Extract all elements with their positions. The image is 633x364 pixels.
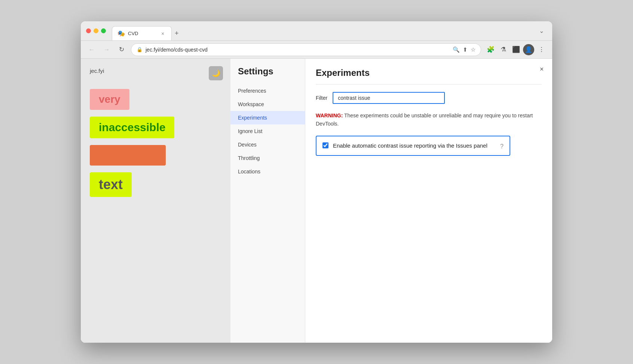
warning-text: These experiments could be unstable or u… [316, 112, 533, 127]
sample-text: text [90, 172, 132, 197]
search-address-icon[interactable]: 🔍 [453, 46, 460, 53]
new-tab-button[interactable]: + [172, 26, 182, 40]
help-icon[interactable]: ? [500, 143, 504, 150]
experiments-content: Experiments Filter WARNING: These experi… [305, 59, 552, 343]
bookmark-icon[interactable]: ☆ [471, 46, 475, 53]
experiments-title: Experiments [316, 68, 542, 78]
minimize-traffic-light[interactable] [94, 28, 98, 33]
sample-very: very [90, 89, 129, 110]
filter-input[interactable] [333, 92, 445, 104]
filter-row: Filter [316, 92, 542, 104]
dark-mode-button[interactable]: 🌙 [209, 66, 223, 80]
sidebar-button[interactable]: ⬛ [510, 44, 522, 55]
title-bar: 🎭 CVD × + ⌄ [81, 21, 552, 41]
sidebar-item-preferences[interactable]: Preferences [230, 84, 305, 98]
tab-favicon: 🎭 [117, 30, 125, 37]
tab-title: CVD [128, 31, 138, 36]
experiment-item: Enable automatic contrast issue reportin… [316, 136, 510, 156]
sidebar-item-workspace[interactable]: Workspace [230, 98, 305, 111]
forward-button[interactable]: → [101, 44, 112, 55]
sidebar-item-ignore-list[interactable]: Ignore List [230, 124, 305, 138]
tab-area: 🎭 CVD × + [112, 21, 533, 40]
address-bar-icons: 🔍 ⬆ ☆ [453, 46, 475, 53]
profile-button[interactable]: 👤 [523, 44, 534, 55]
sidebar-item-experiments[interactable]: Experiments [230, 111, 305, 124]
page-content: jec.fyi 🌙 very inaccessible low-contrast… [81, 59, 552, 343]
settings-sidebar: Settings Preferences Workspace Experimen… [230, 59, 305, 343]
reload-button[interactable]: ↻ [116, 44, 127, 55]
extensions-button[interactable]: 🧩 [485, 44, 496, 55]
filter-label: Filter [316, 95, 327, 101]
address-bar[interactable]: 🔒 jec.fyi/demo/cds-quest-cvd 🔍 ⬆ ☆ [131, 43, 481, 56]
tab-menu-button[interactable]: ⌄ [536, 26, 547, 36]
close-traffic-light[interactable] [86, 28, 91, 33]
labs-button[interactable]: ⚗ [498, 44, 509, 55]
warning-label: WARNING: [316, 112, 343, 118]
more-button[interactable]: ⋮ [536, 44, 547, 55]
toolbar: ← → ↻ 🔒 jec.fyi/demo/cds-quest-cvd 🔍 ⬆ ☆… [81, 41, 552, 59]
share-icon[interactable]: ⬆ [463, 46, 468, 53]
toolbar-icons: 🧩 ⚗ ⬛ 👤 ⋮ [485, 44, 547, 55]
settings-title: Settings [230, 66, 305, 84]
back-button[interactable]: ← [86, 44, 97, 55]
sample-low-contrast: low-contrast [90, 145, 166, 166]
devtools-close-button[interactable]: × [536, 64, 547, 74]
traffic-lights [86, 28, 106, 33]
address-text: jec.fyi/demo/cds-quest-cvd [146, 47, 450, 53]
experiment-checkbox[interactable] [322, 142, 328, 148]
browser-tab[interactable]: 🎭 CVD × [112, 26, 172, 40]
devtools-panel: × Settings Preferences Workspace Experim… [230, 59, 552, 343]
tab-close-button[interactable]: × [159, 30, 166, 37]
sidebar-item-throttling[interactable]: Throttling [230, 151, 305, 165]
sidebar-item-locations[interactable]: Locations [230, 165, 305, 178]
devtools-inner: Settings Preferences Workspace Experimen… [230, 59, 552, 343]
sidebar-item-devices[interactable]: Devices [230, 138, 305, 151]
website-panel: jec.fyi 🌙 very inaccessible low-contrast… [81, 59, 230, 343]
lock-icon: 🔒 [137, 47, 143, 52]
experiments-divider [316, 84, 542, 84]
color-samples: very inaccessible low-contrast text [90, 89, 221, 197]
maximize-traffic-light[interactable] [101, 28, 106, 33]
experiment-label: Enable automatic contrast issue reportin… [333, 142, 496, 150]
browser-window: 🎭 CVD × + ⌄ ← → ↻ 🔒 jec.fyi/demo/cds-que… [81, 21, 552, 343]
site-title: jec.fyi [90, 68, 221, 74]
warning-box: WARNING: These experiments could be unst… [316, 111, 542, 128]
sample-inaccessible: inaccessible [90, 117, 174, 138]
